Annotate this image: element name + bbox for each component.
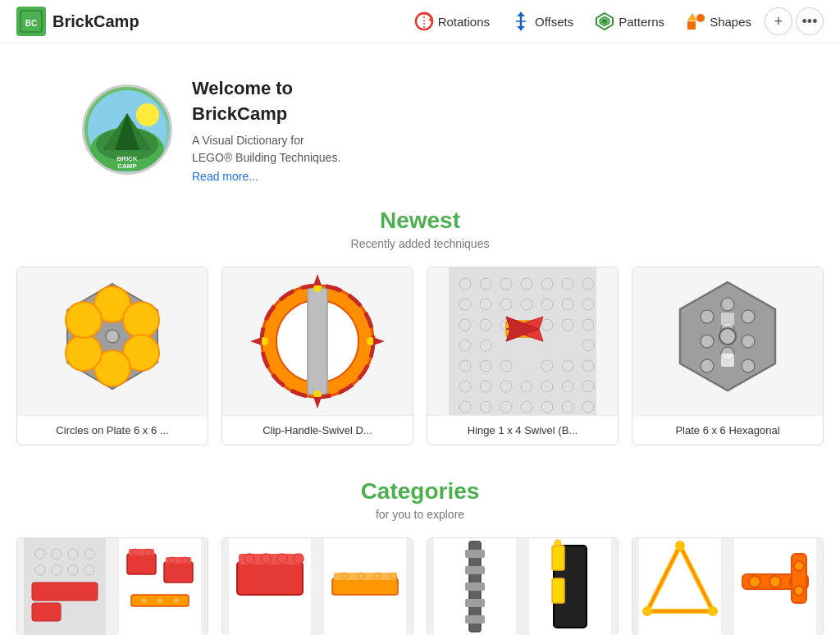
svg-point-153 [555, 540, 561, 546]
svg-point-94 [701, 310, 714, 323]
nav-label-offsets: Offsets [535, 15, 573, 29]
svg-point-167 [794, 586, 804, 596]
nav-item-offsets[interactable]: Offsets [503, 7, 582, 36]
nav-item-shapes[interactable]: Shapes [678, 7, 760, 36]
patterns-icon [595, 11, 614, 31]
svg-point-93 [742, 310, 755, 323]
more-button[interactable]: ••• [796, 7, 824, 35]
shapes-icon [686, 11, 705, 31]
cat-image-3b [523, 538, 618, 635]
categories-grid [16, 537, 824, 635]
newest-title: Newest [16, 208, 824, 234]
svg-point-30 [66, 335, 102, 371]
svg-point-123 [181, 557, 188, 564]
svg-rect-146 [465, 582, 485, 591]
svg-rect-129 [237, 562, 303, 595]
svg-point-139 [358, 573, 364, 579]
nav-label-rotations: Rotations [438, 15, 490, 29]
svg-point-134 [294, 554, 304, 564]
svg-point-27 [123, 302, 159, 338]
svg-point-166 [794, 561, 804, 571]
svg-point-31 [66, 302, 102, 338]
svg-marker-4 [428, 17, 432, 22]
cat-card-1[interactable] [16, 537, 208, 635]
nav-item-rotations[interactable]: Rotations [406, 7, 498, 36]
svg-point-141 [390, 573, 397, 579]
svg-marker-40 [313, 274, 322, 286]
svg-point-14 [696, 14, 705, 22]
svg-point-163 [769, 576, 781, 587]
svg-point-125 [141, 598, 146, 603]
svg-point-140 [374, 573, 381, 579]
svg-rect-13 [687, 21, 696, 30]
newest-subtitle: Recently added techniques [16, 237, 824, 250]
svg-point-119 [144, 549, 151, 555]
nav-label-patterns: Patterns [619, 15, 664, 29]
cat-card-4[interactable] [632, 537, 824, 635]
svg-point-127 [174, 598, 179, 603]
svg-point-118 [132, 549, 139, 555]
nav-item-patterns[interactable]: Patterns [587, 7, 673, 36]
svg-text:BRICK: BRICK [116, 155, 138, 162]
welcome-title: Welcome toBrickCamp [192, 76, 340, 127]
card-image-3 [427, 267, 618, 415]
svg-point-126 [158, 598, 162, 603]
brand-logo[interactable]: BC BrickCamp [16, 7, 139, 36]
svg-rect-148 [465, 615, 485, 624]
svg-point-158 [708, 606, 718, 616]
rotations-icon [414, 11, 434, 31]
svg-marker-41 [313, 397, 322, 409]
newest-card-2[interactable]: Clip-Handle-Swivel D... [221, 267, 413, 445]
newest-card-4[interactable]: Plate 6 x 6 Hexagonal [632, 267, 824, 445]
svg-text:BC: BC [25, 19, 37, 28]
svg-rect-154 [639, 538, 721, 635]
cat-image-4b [728, 538, 823, 635]
svg-marker-15 [687, 13, 697, 21]
svg-point-162 [749, 576, 760, 587]
svg-rect-102 [721, 354, 734, 367]
svg-point-157 [675, 541, 685, 550]
card-image-2 [222, 267, 413, 415]
newest-card-1[interactable]: Circles on Plate 6 x 6 ... [16, 267, 208, 445]
svg-rect-145 [465, 566, 485, 574]
svg-point-21 [136, 103, 159, 126]
card-label-3: Hinge 1 x 4 Swivel (B... [427, 415, 618, 445]
svg-point-101 [719, 328, 736, 345]
main-nav: Rotations Offsets [406, 7, 824, 36]
read-more-link[interactable]: Read more... [192, 170, 340, 183]
newest-grid: Circles on Plate 6 x 6 ... [16, 267, 824, 445]
svg-point-159 [642, 606, 652, 616]
svg-point-100 [701, 359, 714, 372]
welcome-description: A Visual Dictionary forLEGO® Building Te… [192, 132, 340, 167]
header: BC BrickCamp Rotations [0, 0, 840, 43]
svg-point-132 [261, 554, 271, 564]
svg-point-97 [701, 335, 714, 348]
svg-rect-34 [308, 288, 327, 395]
svg-rect-151 [552, 546, 564, 570]
newest-card-3[interactable]: Hinge 1 x 4 Swivel (B... [427, 267, 619, 445]
nav-label-shapes: Shapes [710, 15, 751, 29]
svg-point-138 [341, 573, 348, 579]
main-content: BRICK CAMP Welcome toBrickCamp A Visual … [0, 43, 840, 635]
card-label-2: Clip-Handle-Swivel D... [222, 415, 413, 445]
cat-image-2a [222, 538, 317, 635]
welcome-section: BRICK CAMP Welcome toBrickCamp A Visual … [16, 60, 824, 208]
cat-image-2b [317, 538, 413, 635]
card-image-1 [17, 267, 208, 415]
svg-point-133 [277, 554, 287, 564]
card-label-1: Circles on Plate 6 x 6 ... [17, 415, 208, 445]
svg-rect-103 [721, 313, 734, 326]
offsets-icon [511, 11, 531, 31]
newest-section: Newest Recently added techniques [16, 208, 824, 445]
add-button[interactable]: + [765, 7, 792, 35]
svg-marker-43 [373, 337, 385, 345]
svg-point-25 [106, 330, 119, 343]
categories-subtitle: for you to explore [16, 508, 824, 521]
cat-card-3[interactable] [427, 537, 619, 635]
cat-image-1a [17, 538, 112, 635]
brand-icon: BC [16, 7, 46, 36]
cat-card-2[interactable] [221, 537, 413, 635]
svg-marker-7 [517, 12, 525, 16]
categories-section: Categories for you to explore [16, 478, 824, 635]
cat-image-4a [632, 538, 728, 635]
